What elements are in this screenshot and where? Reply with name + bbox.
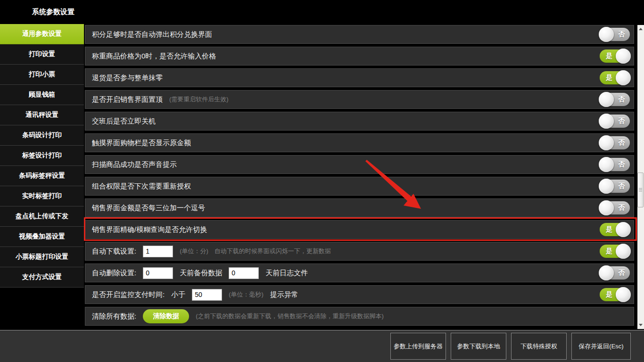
sidebar-item[interactable]: 小票标题打印设置 [0, 247, 84, 267]
sidebar-item[interactable]: 支付方式设置 [0, 267, 84, 288]
toggle-switch-off[interactable]: 否 [600, 158, 630, 171]
sidebar: 通用参数设置打印设置打印小票顾显钱箱通讯秤设置条码设计打印标签设计打印条码标签秤… [0, 24, 84, 288]
footer-button[interactable]: 下载特殊授权 [511, 333, 567, 360]
toggle-switch-on[interactable]: 是 [600, 71, 630, 84]
setting-label: 自动删除设置: [92, 269, 136, 278]
setting-row: 清除所有数据:清除数据(之前下载的数据会重新下载，销售数据不会清除，重新升级数据… [85, 307, 634, 326]
toggle-state-label: 否 [618, 117, 625, 125]
setting-row: 是否开启销售界面置顶(需要重启软件后生效)否 [85, 90, 634, 109]
toggle-switch-on[interactable]: 是 [600, 245, 630, 258]
sidebar-item[interactable]: 标签设计打印 [0, 146, 84, 166]
toggle-switch-off[interactable]: 否 [600, 266, 630, 280]
setting-label: 退货是否参与整单抹零 [92, 74, 163, 82]
system-settings-window: 系统参数设置 通用参数设置打印设置打印小票顾显钱箱通讯秤设置条码设计打印标签设计… [0, 0, 644, 362]
sidebar-item[interactable]: 顾显钱箱 [0, 85, 84, 105]
toggle-knob[interactable] [616, 287, 631, 302]
footer-buttons: 参数上传到服务器参数下载到本地下载特殊授权保存并返回(Esc) [390, 333, 631, 360]
sidebar-item[interactable]: 视频叠加器设置 [0, 227, 84, 247]
setting-row: 扫描商品成功是否声音提示否 [85, 155, 634, 174]
scrollbar[interactable] [637, 25, 644, 329]
auto-download-minutes-input[interactable] [143, 246, 173, 257]
setting-label: 自动下载设置: [92, 247, 136, 256]
toggle-knob[interactable] [599, 27, 614, 42]
footer-bar: 参数上传到服务器参数下载到本地下载特殊授权保存并返回(Esc) [0, 330, 644, 362]
toggle-state-label: 是 [606, 290, 612, 299]
footer-button[interactable]: 参数下载到本地 [451, 333, 506, 360]
footer-button[interactable]: 参数上传到服务器 [390, 333, 446, 360]
setting-row: 自动下载设置:(单位：分) 自动下载的时候界面或闪烁一下，更新数据是 [85, 242, 634, 261]
toggle-knob[interactable] [599, 135, 614, 150]
toggle-switch-on[interactable]: 是 [600, 223, 630, 236]
toggle-state-label: 是 [606, 52, 612, 60]
setting-label: 积分足够时是否自动弹出积分兑换界面 [92, 30, 212, 39]
toggle-switch-on[interactable]: 是 [600, 49, 630, 63]
toggle-state-label: 是 [606, 247, 612, 255]
delete-backup-days-input[interactable] [143, 267, 173, 279]
toggle-knob[interactable] [599, 92, 614, 107]
scrollbar-grip [639, 188, 642, 189]
toggle-knob[interactable] [599, 179, 614, 194]
titlebar: 系统参数设置 [0, 0, 84, 24]
sidebar-item[interactable]: 打印小票 [0, 65, 84, 85]
toggle-state-label: 否 [618, 182, 625, 190]
toggle-switch-off[interactable]: 否 [600, 136, 630, 149]
setting-label: 扫描商品成功是否声音提示 [92, 160, 177, 169]
setting-row: 称重商品价格为0时，是否允许输入价格是 [85, 47, 634, 66]
setting-label: 交班后是否立即关机 [92, 117, 156, 126]
toggle-knob[interactable] [599, 114, 614, 129]
setting-label: 是否开启监控支付时间: [92, 290, 165, 299]
page-title: 系统参数设置 [0, 8, 74, 16]
toggle-knob[interactable] [599, 200, 614, 215]
setting-row: 组合权限是否下次需要重新授权否 [85, 177, 634, 196]
setting-label: 称重商品价格为0时，是否允许输入价格 [92, 52, 216, 61]
hint-text: (单位：毫秒) [229, 290, 264, 299]
toggle-knob[interactable] [599, 157, 614, 172]
setting-row: 是否开启监控支付时间:小于(单位：毫秒)提示异常是 [85, 285, 634, 304]
setting-label: 是否开启销售界面置顶 [92, 95, 163, 104]
toggle-knob[interactable] [616, 49, 631, 64]
toggle-state-label: 否 [618, 269, 625, 277]
toggle-state-label: 是 [606, 74, 612, 82]
inline-text: 天前备份数据 [180, 269, 222, 278]
toggle-knob[interactable] [616, 244, 631, 259]
clear-data-button[interactable]: 清除数据 [143, 309, 189, 323]
sidebar-item[interactable]: 条码设计打印 [0, 125, 84, 146]
scrollbar-grip [639, 189, 642, 190]
payment-monitor-ms-input[interactable] [192, 289, 222, 301]
sidebar-item[interactable]: 条码标签秤设置 [0, 166, 84, 186]
hint-text: (单位：分) 自动下载的时候界面或闪烁一下，更新数据 [180, 247, 331, 255]
sidebar-item[interactable]: 盘点机上传或下发 [0, 206, 84, 227]
sidebar-item[interactable]: 打印设置 [0, 44, 84, 65]
toggle-state-label: 是 [606, 225, 612, 234]
sidebar-item[interactable]: 通讯秤设置 [0, 105, 84, 125]
setting-label: 销售界面精确/模糊查询是否允许切换 [92, 225, 207, 234]
toggle-state-label: 否 [618, 204, 625, 212]
toggle-switch-off[interactable]: 否 [600, 115, 630, 128]
toggle-switch-off[interactable]: 否 [600, 201, 630, 214]
hint-text: (之前下载的数据会重新下载，销售数据不会清除，重新升级数据脚本) [196, 312, 384, 321]
toggle-state-label: 否 [618, 160, 625, 169]
setting-label: 清除所有数据: [92, 312, 136, 321]
toggle-switch-off[interactable]: 否 [600, 93, 630, 106]
toggle-switch-off[interactable]: 否 [600, 180, 630, 193]
setting-row: 退货是否参与整单抹零是 [85, 68, 634, 87]
toggle-knob[interactable] [599, 265, 614, 280]
sidebar-item[interactable]: 实时标签打印 [0, 186, 84, 206]
setting-row: 交班后是否立即关机否 [85, 112, 634, 131]
toggle-knob[interactable] [616, 222, 631, 237]
setting-label: 组合权限是否下次需要重新授权 [92, 182, 191, 191]
scrollbar-thumb[interactable] [637, 173, 644, 207]
sidebar-item[interactable]: 通用参数设置 [0, 24, 84, 44]
toggle-knob[interactable] [616, 70, 631, 85]
toggle-switch-on[interactable]: 是 [600, 288, 630, 301]
scrollbar-down-icon[interactable] [639, 324, 643, 326]
scrollbar-up-icon[interactable] [639, 28, 643, 30]
inline-text: 提示异常 [270, 290, 298, 299]
toggle-state-label: 否 [618, 139, 625, 147]
delete-log-days-input[interactable] [229, 267, 259, 279]
toggle-switch-off[interactable]: 否 [600, 28, 630, 41]
setting-row: 积分足够时是否自动弹出积分兑换界面否 [85, 25, 634, 44]
setting-label: 销售界面金额是否每三位加一个逗号 [92, 204, 205, 213]
footer-button[interactable]: 保存并返回(Esc) [571, 333, 631, 360]
setting-row: 自动删除设置:天前备份数据天前日志文件否 [85, 263, 634, 282]
